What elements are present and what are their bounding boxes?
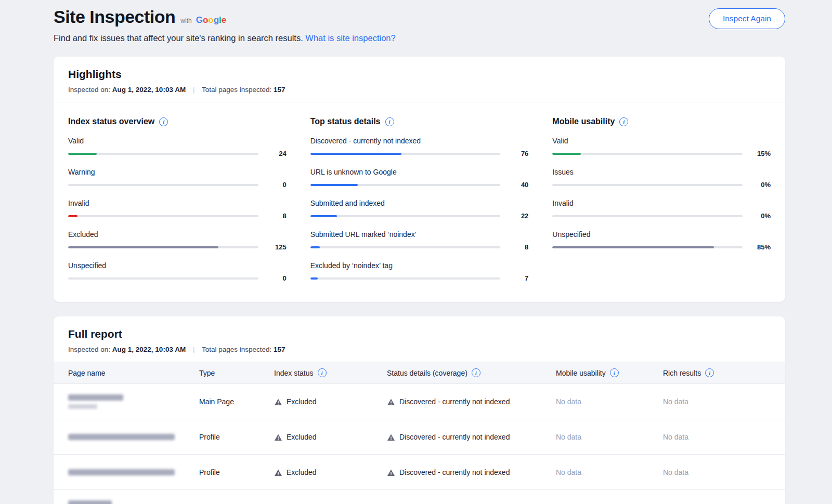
metric-label: Invalid xyxy=(68,199,287,207)
metric-value: 0% xyxy=(750,181,771,189)
google-letter: g xyxy=(214,15,219,25)
google-letter: o xyxy=(208,15,213,25)
redacted-text-line xyxy=(68,500,112,504)
table-row: Main Page Excluded Discovered - currentl… xyxy=(54,384,785,419)
highlights-title: Highlights xyxy=(68,68,771,81)
panel-top-status-details: Top status details Discovered - currentl… xyxy=(310,117,529,282)
metric-value: 7 xyxy=(508,274,528,282)
metric-value: 125 xyxy=(266,243,287,251)
page-container: Site Inspection with Google Find and fix… xyxy=(54,0,785,504)
metric-value: 8 xyxy=(266,212,287,220)
meta-separator: | xyxy=(193,346,195,353)
index-status-label: Excluded xyxy=(287,468,317,476)
table-row: Product Invalid Submitted, marked ‘noind… xyxy=(54,490,785,504)
panel-index-status-overview: Index status overview Valid 24 Warning 0… xyxy=(68,117,287,282)
google-letter: o xyxy=(203,15,208,25)
bar-track xyxy=(310,215,501,217)
metric-valid: Valid 15% xyxy=(552,137,771,157)
total-pages-value: 157 xyxy=(274,86,285,94)
bar-fill xyxy=(310,215,337,217)
metric-excluded: Excluded 125 xyxy=(68,230,287,251)
metric-invalid: Invalid 8 xyxy=(68,199,287,220)
warning-icon xyxy=(274,397,282,406)
total-pages-value: 157 xyxy=(274,346,285,353)
column-header-type: Type xyxy=(199,369,274,377)
metric-label: Valid xyxy=(552,137,771,145)
metric-label: Invalid xyxy=(552,199,771,207)
total-pages-label: Total pages inspected: xyxy=(202,346,271,353)
status-details-label: Discovered - currently not indexed xyxy=(399,397,510,406)
table-row: Profile Excluded Discovered - currently … xyxy=(54,455,785,490)
column-header-rich-results: Rich results xyxy=(663,368,785,377)
page-header: Site Inspection with Google Find and fix… xyxy=(54,7,785,43)
type-cell: Profile xyxy=(199,468,274,476)
highlights-panels: Index status overview Valid 24 Warning 0… xyxy=(54,102,785,302)
metric-label: Submitted and indexed xyxy=(310,199,529,207)
metric-invalid: Invalid 0% xyxy=(552,199,771,220)
column-header-label: Type xyxy=(199,369,215,377)
title-row: Site Inspection with Google xyxy=(54,7,396,26)
table-header-row: Page name Type Index status Status detai… xyxy=(54,362,785,384)
metric-label: Unspecified xyxy=(552,230,771,238)
warning-icon xyxy=(274,468,282,476)
info-icon[interactable] xyxy=(385,117,394,126)
info-icon[interactable] xyxy=(472,368,480,377)
what-is-site-inspection-link[interactable]: What is site inspection? xyxy=(305,33,395,43)
inspect-again-button[interactable]: Inspect Again xyxy=(709,8,785,29)
metric-valid: Valid 24 xyxy=(68,137,287,157)
bar-fill xyxy=(310,184,358,186)
bar-track xyxy=(552,153,743,155)
mobile-usability-cell: No data xyxy=(556,468,663,476)
metric-label: Submitted URL marked ‘noindex’ xyxy=(310,230,529,238)
highlights-card-header: Highlights Inspected on: Aug 1, 2022, 10… xyxy=(54,57,785,102)
index-status-label: Excluded xyxy=(287,433,317,441)
type-cell: Profile xyxy=(199,433,274,441)
page-name-redacted xyxy=(68,500,199,504)
info-icon[interactable] xyxy=(619,117,628,126)
highlights-meta: Inspected on: Aug 1, 2022, 10:03 AM | To… xyxy=(68,86,771,94)
bar-track xyxy=(68,153,258,155)
metric-value: 0% xyxy=(750,212,771,220)
metric-value: 24 xyxy=(266,150,287,157)
metric-label: Issues xyxy=(552,168,771,176)
panel-title: Top status details xyxy=(310,117,529,126)
bar-track xyxy=(310,184,501,186)
bar-fill xyxy=(68,215,77,217)
panel-title: Mobile usability xyxy=(552,117,771,126)
info-icon[interactable] xyxy=(610,368,619,377)
status-details-label: Discovered - currently not indexed xyxy=(399,468,510,476)
status-details-cell: Discovered - currently not indexed xyxy=(387,432,556,441)
info-icon[interactable] xyxy=(159,117,168,126)
inspected-on-value: Aug 1, 2022, 10:03 AM xyxy=(112,86,186,94)
bar-track xyxy=(310,246,501,248)
metric-issues: Issues 0% xyxy=(552,168,771,189)
bar-fill xyxy=(552,153,581,155)
column-header-label: Index status xyxy=(274,369,314,377)
page-name-redacted xyxy=(68,469,199,475)
with-label: with xyxy=(180,17,191,24)
inspected-on-label: Inspected on: xyxy=(68,346,110,353)
metric-submitted-indexed: Submitted and indexed 22 xyxy=(310,199,529,220)
info-icon[interactable] xyxy=(318,368,327,377)
redacted-text-line xyxy=(68,404,97,409)
warning-icon xyxy=(387,397,395,406)
metric-label: Excluded by ‘noindex’ tag xyxy=(310,261,529,270)
rich-results-cell: No data xyxy=(663,397,785,406)
status-details-label: Discovered - currently not indexed xyxy=(399,433,510,441)
bar-fill xyxy=(310,277,318,280)
metric-value: 8 xyxy=(508,243,528,251)
index-status-label: Excluded xyxy=(287,397,317,406)
mobile-usability-cell: No data xyxy=(556,433,663,441)
page-header-text: Site Inspection with Google Find and fix… xyxy=(54,7,396,43)
info-icon[interactable] xyxy=(705,368,714,377)
full-report-card-header: Full report Inspected on: Aug 1, 2022, 1… xyxy=(54,316,785,362)
warning-icon xyxy=(387,468,395,476)
page-name-redacted xyxy=(68,394,199,409)
bar-track xyxy=(68,246,258,248)
bar-track xyxy=(68,277,258,280)
warning-icon xyxy=(387,432,395,441)
metric-unspecified: Unspecified 85% xyxy=(552,230,771,251)
bar-fill xyxy=(68,246,218,248)
redacted-text-line xyxy=(68,434,175,440)
mobile-usability-cell: No data xyxy=(556,397,663,406)
